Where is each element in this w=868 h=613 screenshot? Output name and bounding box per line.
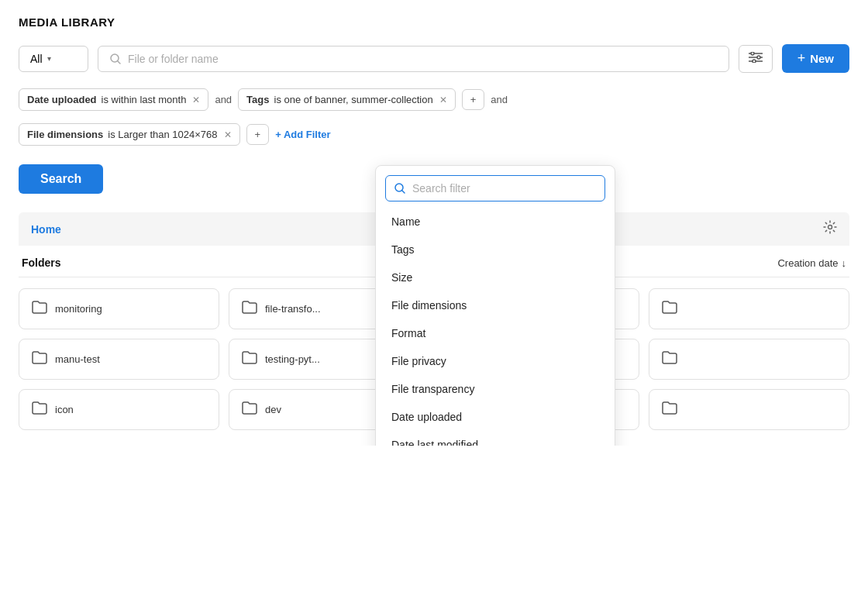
remove-date-filter[interactable]: ✕ [192,95,200,105]
filter-options-button[interactable] [739,45,773,73]
folders-label: Folders [22,257,61,269]
folder-name: manu-test [55,353,100,365]
sort-creation-date[interactable]: Creation date ↓ [777,257,846,269]
folder-card-12[interactable] [649,389,849,430]
gear-icon[interactable] [823,220,837,238]
filter-dropdown-item-name[interactable]: Name [376,208,615,236]
folder-icon [32,300,47,318]
page-title: MEDIA LIBRARY [19,15,849,29]
folder-name: icon [55,404,74,415]
filter-search-box [385,175,605,201]
breadcrumb-home[interactable]: Home [31,223,61,236]
folder-icon [32,401,47,418]
filter-dropdown-item-tags[interactable]: Tags [376,236,615,263]
folder-icon [662,350,677,368]
filter-dropdown-item-format[interactable]: Format [376,319,615,347]
filter-dropdown-item-transparency[interactable]: File transparency [376,375,615,403]
filter-dropdown-item-date-uploaded[interactable]: Date uploaded [376,403,615,431]
folder-icon [242,300,257,318]
filter-field-date: Date uploaded [27,94,97,105]
filter-condition-tags: is one of banner, summer-collection [274,94,433,105]
filter-tag-dimensions: File dimensions is Larger than 1024×768 … [19,123,240,146]
sort-label: Creation date [777,257,838,269]
add-filter-link[interactable]: + Add Filter [275,129,330,140]
and-connector-1: and [215,94,232,105]
filter-dropdown-item-size[interactable]: Size [376,263,615,291]
svg-point-7 [753,60,756,63]
file-search-input[interactable] [128,53,718,65]
filter-tag-tags: Tags is one of banner, summer-collection… [238,88,456,111]
folder-name: dev [265,404,281,415]
filter-dropdown-item-privacy[interactable]: File privacy [376,347,615,375]
sort-arrow-icon: ↓ [842,257,847,269]
svg-point-6 [757,56,760,59]
folder-icon [242,401,257,418]
remove-dimensions-filter[interactable]: ✕ [224,129,232,140]
add-to-tags-filter[interactable]: + [462,89,485,110]
dropdown-selected: All [30,53,43,65]
folder-card-icon[interactable]: icon [19,389,219,430]
filter-dropdown-menu: Name Tags Size File dimensions Format Fi… [375,165,615,446]
filter-dropdown-item-dimensions[interactable]: File dimensions [376,291,615,319]
folder-card-monitoring[interactable]: monitoring [19,288,219,329]
svg-point-5 [751,52,754,55]
svg-point-10 [828,226,832,229]
filter-condition-dimensions: is Larger than 1024×768 [108,129,217,140]
chevron-down-icon: ▾ [47,54,51,63]
type-dropdown[interactable]: All ▾ [19,46,88,72]
folder-icon [662,300,677,318]
remove-tags-filter[interactable]: ✕ [439,95,447,105]
folder-name: testing-pyt... [265,353,320,365]
folder-icon [662,401,677,418]
add-to-dimensions-filter[interactable]: + [246,124,270,145]
folder-icon [32,350,47,368]
filter-bar-row2: File dimensions is Larger than 1024×768 … [19,123,849,146]
new-button[interactable]: + New [782,44,849,73]
file-search-box [98,46,729,72]
search-icon [394,182,406,195]
search-button[interactable]: Search [19,164,103,194]
folder-card-manu-test[interactable]: manu-test [19,339,219,380]
folder-name: file-transfo... [265,303,321,315]
and-connector-2: and [491,94,508,105]
folder-card-8[interactable] [649,339,849,380]
filter-field-dimensions: File dimensions [27,129,103,140]
folder-icon [242,350,257,368]
search-icon [109,53,122,65]
svg-line-1 [118,60,121,64]
folder-name: monitoring [55,303,102,315]
svg-line-9 [402,191,405,194]
filter-dropdown-item-date-modified[interactable]: Date last modified [376,431,615,446]
folder-card-4[interactable] [649,288,849,329]
new-button-label: New [810,52,834,65]
filter-field-tags: Tags [246,94,269,105]
toolbar: All ▾ + New [19,44,849,73]
plus-icon: + [797,50,806,67]
filter-condition-date: is within last month [102,94,187,105]
filter-tag-date: Date uploaded is within last month ✕ [19,88,208,111]
filter-search-input[interactable] [412,182,597,195]
filter-bar-row1: Date uploaded is within last month ✕ and… [19,88,849,111]
